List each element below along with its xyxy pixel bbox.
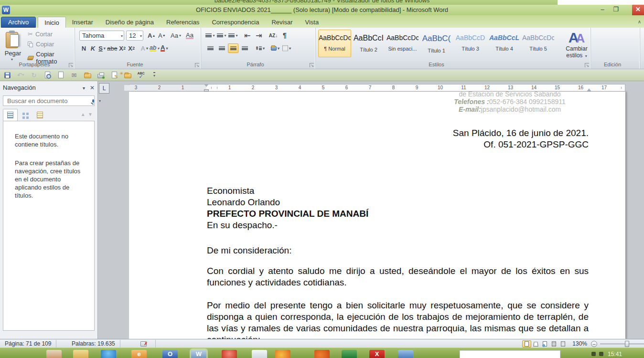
qat-more-button[interactable]: ▾ [150,71,159,79]
font-color-button[interactable]: A▾ [160,43,169,53]
taskbar-icon[interactable] [73,350,88,358]
taskbar-icon[interactable] [398,350,413,358]
justify-button[interactable] [239,43,250,53]
style-item[interactable]: AaBbCcDc Título 5 [522,30,555,57]
page-indicator[interactable]: Página: 71 de 109 [0,340,56,347]
style-item[interactable]: AaBbCcD Título 3 [454,30,487,57]
taskbar-icon[interactable] [0,350,15,358]
ribbon-tab[interactable]: Insertar [66,17,99,28]
minimize-button[interactable]: – [596,5,609,15]
nav-next-icon[interactable]: ▼ [88,112,93,117]
ribbon-tab[interactable]: Revisar [265,17,299,28]
search-input[interactable] [6,97,92,105]
sort-button[interactable]: AZ↓ [268,31,279,40]
bullets-button[interactable]: ▾ [205,31,215,40]
taskbar-icon[interactable] [314,350,330,358]
tray-icon-1[interactable] [591,352,596,356]
undo-button[interactable]: ↶▾ [16,71,25,79]
taskbar-icon[interactable] [222,350,237,358]
first-line-indent-marker[interactable] [204,84,209,87]
web-layout-view-button[interactable] [540,340,549,347]
taskbar-icon[interactable]: e [131,350,147,358]
highlight-button[interactable]: ab▾ [149,43,160,53]
search-options-caret-icon[interactable]: ▾ [99,99,101,103]
underline-button[interactable]: S▾ [97,43,107,53]
search-icon[interactable] [92,99,94,103]
strikethrough-button[interactable]: abe [107,43,118,53]
repeat-button[interactable]: ↻ [30,71,38,79]
style-item[interactable]: AaBbCcI Título 2 [352,30,385,57]
multilevel-list-button[interactable]: ▾ [228,31,238,40]
taskbar-icon[interactable]: X [369,350,385,358]
nav-pane-close-icon[interactable]: ✕ [90,84,95,91]
word-count-indicator[interactable]: Palabras: 19.635 [67,340,120,347]
taskbar-icon[interactable]: W [191,350,206,358]
grow-font-button[interactable]: A▲ [146,31,157,41]
taskbar-icon[interactable] [252,350,267,358]
taskbar-icon[interactable] [101,350,116,358]
print-preview-button[interactable] [43,71,52,79]
borders-button[interactable]: ▾ [281,43,292,53]
tray-icon-2[interactable] [599,352,603,356]
decrease-indent-button[interactable]: ⇤ [242,31,253,40]
edit-button[interactable] [110,71,118,79]
paragraph-dialog-launcher-icon[interactable]: ↘ [310,63,314,67]
ribbon-tab[interactable]: Correspondencia [205,17,265,28]
clipboard-dialog-launcher-icon[interactable]: ↘ [69,63,73,67]
align-center-button[interactable] [216,43,227,53]
taskbar-icon[interactable] [342,350,357,358]
style-item[interactable]: AaBbCcDc Sin espaci... [386,30,419,57]
close-button[interactable]: ✕ [632,5,644,15]
nav-tab-pages[interactable] [18,109,32,121]
copy-button[interactable]: Copiar [28,41,54,48]
nav-tab-results[interactable] [32,109,47,121]
zoom-out-button[interactable]: – [591,341,597,347]
tab-stop-selector[interactable]: L [99,83,109,94]
ribbon-tab[interactable]: Archivo [1,17,36,28]
zoom-level[interactable]: 130% [572,340,587,347]
zoom-slider[interactable] [600,344,644,344]
numbering-button[interactable]: ▾ [216,31,227,40]
paste-caret-icon[interactable]: ▾ [11,57,13,62]
taskbar-icon[interactable] [46,350,62,358]
text-effects-button[interactable]: A▾ [140,43,149,53]
align-right-button[interactable] [228,43,238,53]
nav-tab-headings[interactable] [3,109,18,121]
restore-button[interactable]: ❐ [610,5,622,15]
taskbar-icon[interactable] [275,350,290,358]
italic-button[interactable]: K [88,43,97,53]
proofing-status[interactable] [136,340,156,347]
subscript-button[interactable]: X2 [118,43,127,53]
ribbon-tab[interactable]: Vista [299,17,325,28]
open-button[interactable] [83,71,92,79]
ribbon-tab[interactable]: Inicio [38,17,65,28]
taskbar-icon[interactable]: O [162,350,178,358]
ribbon-tab[interactable]: Diseño de página [99,17,160,28]
clear-formatting-button[interactable]: Aa [184,31,195,41]
style-item[interactable]: AaBbCcL Título 4 [488,30,521,57]
show-marks-button[interactable]: ¶ [279,31,290,40]
increase-indent-button[interactable]: ⇥ [254,31,264,40]
search-box[interactable]: ▾ [3,95,95,106]
superscript-button[interactable]: X2 [127,43,136,53]
zoom-slider-thumb[interactable] [625,341,629,347]
background-window-titlebar[interactable]: babbe2fe-eab3-4037-8375-b958b51ac749 - V… [0,0,644,5]
fullscreen-reading-view-button[interactable] [531,340,540,347]
change-case-button[interactable]: Aa▾ [169,31,183,41]
change-styles-button[interactable]: AA Cambiar estilos ▾ [563,31,590,60]
quick-print-button[interactable] [97,71,105,79]
font-name-combo[interactable]: Tahoma▾ [79,31,124,41]
mail-button[interactable] [70,71,78,79]
shrink-font-button[interactable]: A▼ [156,31,168,41]
line-spacing-button[interactable]: ⇕▾ [255,43,265,53]
font-dialog-launcher-icon[interactable]: ↘ [195,63,199,67]
styles-dialog-launcher-icon[interactable]: ↘ [585,63,589,67]
font-size-combo[interactable]: 12▾ [126,31,143,41]
word-titlebar[interactable]: W OFICIOS ENVIADOS 2021______ (Solo lect… [0,5,644,15]
print-layout-view-button[interactable] [522,340,531,347]
collapse-ribbon-icon[interactable]: ∧ [638,19,641,24]
save-button[interactable] [3,71,11,79]
spelling-button[interactable]: ABC✓ [137,71,145,79]
favorites-button[interactable] [123,71,132,79]
bold-button[interactable]: N [79,43,88,53]
